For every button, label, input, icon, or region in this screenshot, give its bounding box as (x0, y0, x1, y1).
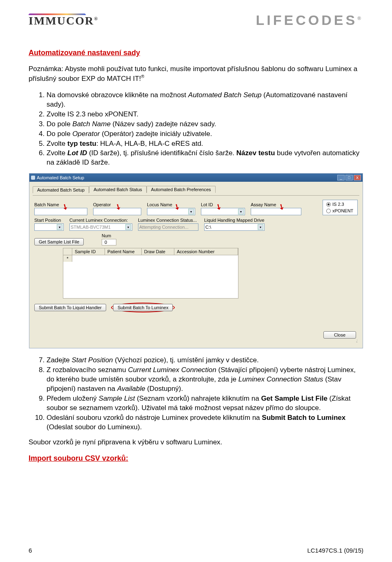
num-label: Num (102, 233, 116, 238)
liquid-drive-label: Liquid Handling Mapped Drive (204, 218, 265, 223)
assay-name-label: Assay Name (251, 202, 301, 207)
close-button[interactable]: Close (323, 331, 356, 339)
connection-status-label: Luminex Connection Status... (138, 218, 198, 223)
grid-new-row-marker: * (63, 255, 72, 262)
page-footer: 6 LC1497CS.1 (09/15) (29, 547, 363, 554)
num-value: 0 (102, 239, 116, 245)
current-connection-label: Current Luminex Connection: (69, 218, 132, 223)
radio-is23[interactable]: IS 2.3 (326, 202, 354, 207)
grid-col-patient-name: Patient Name (105, 248, 142, 255)
tab-preferences[interactable]: Automated Batch Preferences (147, 186, 216, 193)
window-title: Automated Batch Setup (37, 175, 84, 180)
radio-icon (326, 209, 331, 213)
tabs: Automated Batch Setup Automated Batch St… (33, 186, 359, 193)
import-link[interactable]: Import souboru CSV vzorků: (29, 454, 128, 462)
section-title: Automatizované nastavení sady (29, 49, 363, 57)
match-it-text: MATCH IT! (107, 75, 141, 83)
app-icon (31, 176, 35, 180)
start-position-combo[interactable]: ▾ (34, 223, 64, 231)
lifecodes-logo: LIFECODES® (256, 12, 363, 28)
close-window-button[interactable]: X (354, 175, 361, 181)
maximize-button[interactable]: □ (345, 175, 353, 181)
chevron-down-icon: ▾ (238, 209, 244, 214)
page-number: 6 (29, 547, 32, 554)
assay-name-input[interactable] (251, 208, 301, 215)
batch-name-label: Batch Name (34, 202, 87, 207)
steps-list-2: Zadejte Start Position (Výchozí pozice),… (29, 356, 363, 432)
start-position-label: Start Position (34, 218, 64, 223)
lot-id-combo[interactable]: ▾ (201, 208, 245, 215)
closing-paragraph: Soubor vzorků je nyní připravena k výběr… (29, 438, 363, 447)
tab-setup[interactable]: Automated Batch Setup (33, 186, 89, 193)
operator-label: Operator (93, 202, 141, 207)
titlebar: Automated Batch Setup _ □ X (29, 174, 363, 182)
locus-name-label: Locus Name (147, 202, 195, 207)
connection-status-value (138, 223, 198, 231)
chevron-down-icon: ▾ (258, 224, 263, 230)
get-sample-list-button[interactable]: Get Sample List File (34, 238, 84, 245)
lot-id-label: Lot ID (201, 202, 245, 207)
submit-liquid-button[interactable]: Submit Batch To Liquid Handler (34, 304, 106, 311)
chevron-down-icon: ▾ (188, 209, 194, 214)
highlight-ellipse: Submit Batch To Luminex (111, 303, 175, 312)
tab-status[interactable]: Automated Batch Status (89, 186, 147, 193)
chevron-down-icon: ▾ (125, 224, 131, 230)
radio-icon (326, 202, 331, 207)
sample-grid[interactable]: Sample ID Patient Name Draw Date Accessi… (63, 248, 238, 299)
locus-name-combo[interactable]: ▾ (147, 208, 195, 215)
operator-input[interactable] (93, 208, 141, 215)
doc-code: LC1497CS.1 (09/15) (307, 547, 363, 554)
chevron-down-icon: ▾ (57, 224, 62, 230)
immucor-logo: IMMUCOR® (29, 13, 98, 27)
submit-luminex-button[interactable]: Submit Batch To Luminex (113, 304, 173, 311)
resize-grip-icon[interactable]: ..: (34, 339, 358, 343)
app-window: Automated Batch Setup _ □ X Automated Ba… (29, 173, 363, 348)
grid-col-draw-date: Draw Date (142, 248, 174, 255)
note-paragraph: Poznámka: Abyste mohli používat tuto fun… (29, 65, 363, 83)
page-header: IMMUCOR® LIFECODES® (29, 12, 363, 28)
steps-list-1: Na domovské obrazovce klikněte na možnos… (29, 91, 363, 168)
radio-group: IS 2.3 xPONENT (323, 200, 358, 215)
immucor-logo-text: IMMUCOR (29, 14, 94, 27)
batch-name-input[interactable] (34, 208, 87, 215)
liquid-drive-combo[interactable]: C:\▾ (204, 223, 265, 231)
grid-col-accession: Accession Number (174, 248, 238, 255)
current-connection-combo[interactable]: STMLAB-BVC73M1▾ (69, 223, 132, 231)
radio-xponent[interactable]: xPONENT (326, 208, 354, 213)
lifecodes-logo-text: LIFECODES (256, 12, 358, 28)
grid-col-sample-id: Sample ID (72, 248, 105, 255)
minimize-button[interactable]: _ (337, 175, 345, 181)
